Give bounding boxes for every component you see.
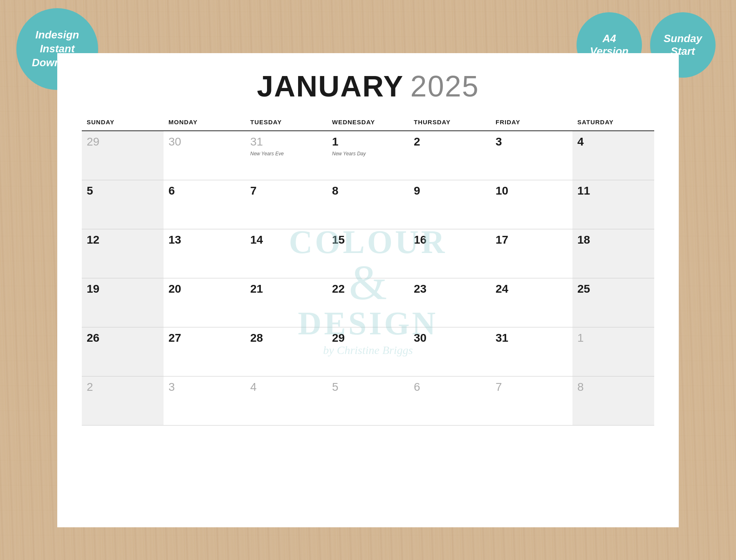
calendar-cell: 6 bbox=[164, 180, 245, 229]
day-number: 1 bbox=[332, 135, 404, 148]
col-sunday: SUNDAY bbox=[82, 115, 164, 131]
day-number: 30 bbox=[168, 135, 240, 148]
day-number: 2 bbox=[87, 381, 159, 394]
day-number: 23 bbox=[414, 282, 486, 296]
col-thursday: THURSDAY bbox=[409, 115, 491, 131]
day-number: 29 bbox=[87, 135, 159, 148]
col-friday: FRIDAY bbox=[491, 115, 572, 131]
calendar-cell: 28 bbox=[245, 327, 327, 376]
calendar-header-row: SUNDAY MONDAY TUESDAY WEDNESDAY THURSDAY… bbox=[82, 115, 654, 131]
calendar-cell: 2 bbox=[409, 131, 491, 180]
calendar-cell: 24 bbox=[491, 278, 572, 327]
day-number: 6 bbox=[168, 184, 240, 197]
calendar-cell: 31New Years Eve bbox=[245, 131, 327, 180]
calendar-cell: 11 bbox=[572, 180, 654, 229]
day-number: 12 bbox=[87, 233, 159, 246]
calendar-week-row: 2627282930311 bbox=[82, 327, 654, 376]
day-number: 7 bbox=[250, 184, 322, 197]
day-number: 1 bbox=[577, 332, 649, 345]
calendar-week-row: 12131415161718 bbox=[82, 229, 654, 278]
calendar-cell: 7 bbox=[245, 180, 327, 229]
day-event: New Years Eve bbox=[250, 151, 322, 157]
day-number: 15 bbox=[332, 233, 404, 246]
calendar-week-row: 2345678 bbox=[82, 376, 654, 425]
day-number: 8 bbox=[332, 184, 404, 197]
calendar-cell: 19 bbox=[82, 278, 164, 327]
day-number: 28 bbox=[250, 332, 322, 345]
day-number: 17 bbox=[496, 233, 568, 246]
calendar-cell: 21 bbox=[245, 278, 327, 327]
calendar-cell: 8 bbox=[327, 180, 409, 229]
calendar-title: JANUARY2025 bbox=[82, 69, 654, 103]
calendar-month: JANUARY bbox=[257, 70, 404, 103]
day-number: 4 bbox=[250, 381, 322, 394]
day-number: 8 bbox=[577, 381, 649, 394]
day-number: 31 bbox=[496, 332, 568, 345]
day-number: 27 bbox=[168, 332, 240, 345]
calendar-cell: 15 bbox=[327, 229, 409, 278]
calendar-cell: 20 bbox=[164, 278, 245, 327]
calendar-cell: 18 bbox=[572, 229, 654, 278]
day-number: 3 bbox=[168, 381, 240, 394]
col-monday: MONDAY bbox=[164, 115, 245, 131]
calendar-cell: 29 bbox=[327, 327, 409, 376]
calendar-cell: 4 bbox=[572, 131, 654, 180]
col-tuesday: TUESDAY bbox=[245, 115, 327, 131]
calendar-cell: 3 bbox=[491, 131, 572, 180]
calendar-week-row: 293031New Years Eve1New Years Day234 bbox=[82, 131, 654, 180]
col-saturday: SATURDAY bbox=[572, 115, 654, 131]
calendar-cell: 2 bbox=[82, 376, 164, 425]
page-container: IndesignInstantDownload A4Version Sunday… bbox=[0, 0, 736, 560]
day-number: 2 bbox=[414, 135, 486, 148]
calendar-cell: 9 bbox=[409, 180, 491, 229]
day-number: 5 bbox=[87, 184, 159, 197]
day-number: 13 bbox=[168, 233, 240, 246]
day-number: 24 bbox=[496, 282, 568, 296]
calendar-cell: 4 bbox=[245, 376, 327, 425]
calendar-cell: 7 bbox=[491, 376, 572, 425]
day-number: 4 bbox=[577, 135, 649, 148]
day-number: 3 bbox=[496, 135, 568, 148]
day-number: 29 bbox=[332, 332, 404, 345]
day-number: 31 bbox=[250, 135, 322, 148]
day-number: 18 bbox=[577, 233, 649, 246]
day-number: 7 bbox=[496, 381, 568, 394]
calendar-cell: 26 bbox=[82, 327, 164, 376]
calendar-cell: 13 bbox=[164, 229, 245, 278]
calendar-cell: 12 bbox=[82, 229, 164, 278]
day-number: 19 bbox=[87, 282, 159, 296]
calendar-cell: 22 bbox=[327, 278, 409, 327]
calendar-cell: 27 bbox=[164, 327, 245, 376]
day-number: 9 bbox=[414, 184, 486, 197]
day-number: 21 bbox=[250, 282, 322, 296]
day-number: 30 bbox=[414, 332, 486, 345]
calendar-cell: 1New Years Day bbox=[327, 131, 409, 180]
day-number: 25 bbox=[577, 282, 649, 296]
calendar-grid: SUNDAY MONDAY TUESDAY WEDNESDAY THURSDAY… bbox=[82, 115, 654, 426]
calendar-cell: 16 bbox=[409, 229, 491, 278]
day-number: 14 bbox=[250, 233, 322, 246]
calendar-cell: 5 bbox=[327, 376, 409, 425]
calendar-cell: 3 bbox=[164, 376, 245, 425]
calendar-week-row: 19202122232425 bbox=[82, 278, 654, 327]
calendar-cell: 25 bbox=[572, 278, 654, 327]
calendar-cell: 1 bbox=[572, 327, 654, 376]
calendar-cell: 31 bbox=[491, 327, 572, 376]
day-number: 16 bbox=[414, 233, 486, 246]
day-number: 22 bbox=[332, 282, 404, 296]
day-number: 11 bbox=[577, 184, 649, 197]
calendar-cell: 30 bbox=[164, 131, 245, 180]
calendar-cell: 17 bbox=[491, 229, 572, 278]
calendar-cell: 8 bbox=[572, 376, 654, 425]
calendar-wrapper: COLOUR & DESIGN by Christine Briggs JANU… bbox=[57, 53, 679, 527]
calendar-cell: 6 bbox=[409, 376, 491, 425]
calendar-week-row: 567891011 bbox=[82, 180, 654, 229]
day-number: 20 bbox=[168, 282, 240, 296]
day-number: 6 bbox=[414, 381, 486, 394]
day-event: New Years Day bbox=[332, 151, 404, 157]
col-wednesday: WEDNESDAY bbox=[327, 115, 409, 131]
day-number: 26 bbox=[87, 332, 159, 345]
calendar-cell: 29 bbox=[82, 131, 164, 180]
calendar-year: 2025 bbox=[411, 70, 479, 103]
calendar-cell: 5 bbox=[82, 180, 164, 229]
